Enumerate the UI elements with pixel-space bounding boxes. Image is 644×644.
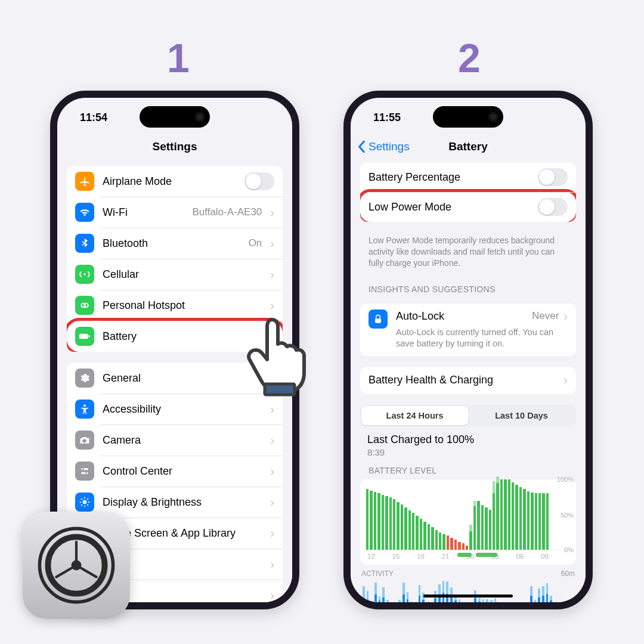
settings-app-icon: [23, 512, 130, 619]
svg-rect-9: [79, 334, 88, 339]
chevron-right-icon: ›: [270, 589, 274, 602]
row-label: Battery Health & Charging: [369, 374, 555, 386]
svg-line-24: [87, 499, 88, 500]
chevron-right-icon: ›: [564, 309, 568, 323]
section-header-insights: INSIGHTS AND SUGGESTIONS: [351, 275, 586, 298]
svg-rect-14: [81, 472, 88, 474]
row-label: Cellular: [103, 268, 262, 281]
accessibility-icon: [75, 400, 94, 419]
row-label: Display & Brightness: [103, 496, 262, 509]
row-value: Never: [532, 310, 559, 322]
svg-point-17: [83, 500, 87, 504]
row-label: Auto-Lock: [396, 310, 532, 323]
airplane-icon: [75, 172, 94, 191]
cellular-icon: [75, 265, 94, 284]
svg-line-23: [87, 504, 88, 506]
row-low-power-mode[interactable]: Low Power Mode: [360, 189, 576, 222]
chevron-right-icon: ›: [270, 237, 274, 250]
row-label: Control Center: [103, 465, 262, 478]
svg-line-22: [81, 499, 82, 500]
activity-header: ACTIVITY: [361, 569, 394, 578]
chevron-right-icon: ›: [270, 402, 274, 416]
activity-y-label: 60m: [561, 569, 575, 578]
row-cellular[interactable]: Cellular ›: [67, 259, 283, 290]
chevron-right-icon: ›: [270, 268, 274, 281]
y-label-0: 0%: [564, 546, 574, 553]
status-time: 11:54: [80, 112, 107, 124]
row-value: Buffalo-A-AE30: [192, 206, 262, 218]
row-camera[interactable]: Camera ›: [67, 425, 283, 456]
row-label: Battery Percentage: [369, 171, 530, 184]
row-label: Camera: [103, 434, 262, 447]
pointer-hand-icon: [241, 310, 312, 400]
row-auto-lock[interactable]: Auto-Lock Never › Auto-Lock is currently…: [360, 304, 576, 356]
y-label-100: 100%: [557, 476, 574, 483]
battery-level-header: BATTERY LEVEL: [351, 457, 586, 479]
row-control-center[interactable]: Control Center ›: [67, 456, 283, 487]
svg-rect-37: [375, 318, 381, 323]
page-title: Battery: [448, 140, 487, 153]
chevron-right-icon: ›: [270, 527, 274, 540]
back-button[interactable]: Settings: [358, 134, 410, 160]
row-bluetooth[interactable]: Bluetooth On ›: [67, 228, 283, 259]
camera-icon: [75, 431, 94, 450]
home-indicator[interactable]: [423, 595, 513, 597]
battery-percentage-toggle[interactable]: [538, 168, 568, 186]
status-time: 11:55: [373, 112, 401, 124]
camera-dot: [195, 112, 205, 122]
page-title: Settings: [153, 140, 197, 153]
row-label: Personal Hotspot: [103, 299, 262, 312]
last-charged-time: 8:39: [367, 447, 569, 457]
low-power-mode-description: Low Power Mode temporarily reduces backg…: [351, 233, 586, 275]
svg-rect-13: [81, 468, 88, 470]
row-label: Airplane Mode: [103, 175, 236, 188]
segment-last-10d[interactable]: Last 10 Days: [468, 406, 575, 425]
step-number-1: 1: [167, 35, 190, 81]
airplane-toggle[interactable]: [244, 172, 274, 190]
phone-2: 11:55 Settings: [343, 91, 593, 609]
hotspot-icon: [75, 296, 94, 315]
chevron-right-icon: ›: [270, 496, 274, 509]
segment-last-24h[interactable]: Last 24 Hours: [361, 406, 468, 425]
y-label-50: 50%: [561, 512, 574, 519]
chevron-right-icon: ›: [564, 373, 568, 387]
svg-point-12: [83, 404, 86, 407]
row-airplane-mode[interactable]: Airplane Mode: [67, 166, 283, 197]
svg-line-25: [81, 504, 82, 506]
gear-icon: [75, 369, 94, 388]
battery-icon: [75, 327, 94, 346]
row-label: Battery: [103, 330, 262, 343]
svg-point-15: [82, 468, 84, 470]
svg-rect-10: [89, 335, 90, 337]
nav-bar: Settings: [57, 134, 292, 160]
row-battery-percentage[interactable]: Battery Percentage: [360, 162, 576, 192]
status-bar: 11:55: [351, 98, 586, 130]
row-value: On: [249, 237, 262, 249]
step-number-2: 2: [458, 35, 481, 81]
brightness-icon: [75, 493, 94, 512]
row-label: Bluetooth: [103, 237, 240, 250]
row-battery-health[interactable]: Battery Health & Charging ›: [360, 367, 576, 394]
row-label: Wi-Fi: [103, 206, 184, 219]
back-label: Settings: [369, 140, 410, 153]
row-label: Low Power Mode: [369, 201, 530, 213]
battery-level-chart: 100% 50% 0% 1215182100030609: [360, 479, 576, 565]
svg-point-16: [85, 472, 87, 474]
usage-range-segmented[interactable]: Last 24 Hours Last 10 Days: [360, 405, 576, 426]
row-label: Accessibility: [103, 403, 262, 416]
status-bar: 11:54: [57, 98, 292, 130]
svg-rect-38: [265, 384, 295, 395]
chevron-right-icon: ›: [270, 206, 274, 219]
nav-bar: Settings Battery: [351, 134, 586, 160]
chevron-right-icon: ›: [270, 558, 274, 571]
lock-icon: [369, 309, 388, 329]
row-wifi[interactable]: Wi-Fi Buffalo-A-AE30 ›: [67, 197, 283, 228]
row-label: General: [103, 372, 262, 385]
last-charged-title: Last Charged to 100%: [367, 434, 569, 446]
low-power-mode-toggle[interactable]: [538, 198, 568, 216]
camera-dot: [488, 112, 498, 122]
wifi-icon: [75, 203, 94, 222]
auto-lock-note: Auto-Lock is currently turned off. You c…: [396, 327, 568, 350]
chevron-right-icon: ›: [270, 465, 274, 478]
bluetooth-icon: [75, 234, 94, 253]
